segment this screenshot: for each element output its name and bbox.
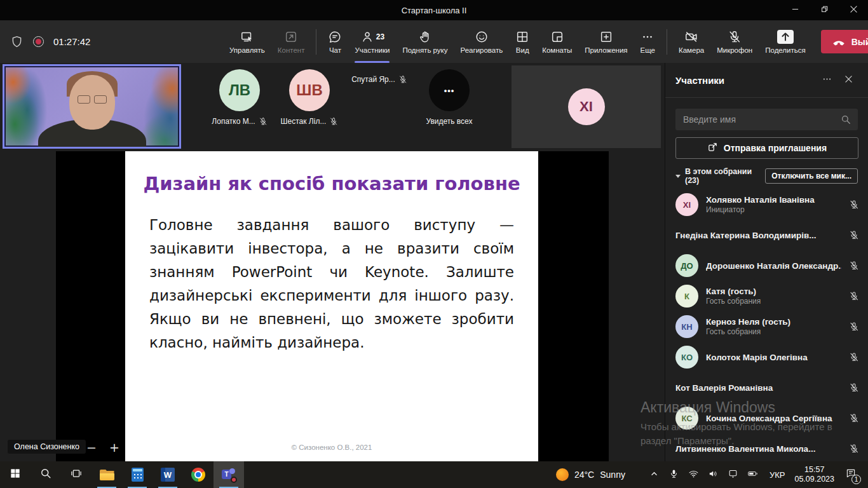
participant-role: Гость собрания bbox=[706, 327, 841, 336]
teams-button[interactable]: T bbox=[214, 461, 244, 488]
weather-temp: 24°C bbox=[574, 470, 594, 480]
tray-wifi-button[interactable] bbox=[687, 468, 701, 482]
tray-battery-button[interactable] bbox=[746, 468, 760, 482]
participant-row[interactable]: ХІ Холявко Наталія Іванівна Инициатор bbox=[665, 189, 868, 220]
toolbar-button[interactable]: Еще bbox=[634, 26, 661, 57]
slide-footer: © Сизоненко О.В., 2021 bbox=[125, 444, 538, 451]
toolbar-main-group: Чат 23 Участники Поднять руку Реагироват… bbox=[322, 26, 661, 57]
windows-logo-icon bbox=[9, 467, 22, 482]
cast-icon bbox=[728, 468, 738, 482]
tray-volume-button[interactable] bbox=[707, 468, 721, 482]
leave-button[interactable]: Выйти bbox=[821, 30, 868, 53]
participant-tile[interactable]: ШВ Шестак Ліл... bbox=[275, 69, 344, 126]
chrome-button[interactable] bbox=[183, 461, 214, 488]
presenter-name-tag: Олена Сизоненко bbox=[8, 440, 86, 454]
toolbar-button[interactable]: Приложения bbox=[578, 26, 634, 57]
restore-icon bbox=[819, 4, 830, 17]
participant-name: Гнедіна Катерина Володимирів... bbox=[675, 231, 841, 240]
camera-off-icon bbox=[684, 30, 698, 44]
participant-row[interactable]: Гнедіна Катерина Володимирів... bbox=[665, 220, 868, 250]
zoom-out-button[interactable]: − bbox=[83, 439, 100, 456]
panel-more-button[interactable] bbox=[816, 71, 837, 90]
toolbar-button[interactable]: Реагировать bbox=[454, 26, 510, 57]
participant-name: Керноз Неля (гость) bbox=[706, 317, 841, 327]
participant-tile[interactable]: Спутай Яр... bbox=[344, 69, 414, 126]
toolbar-button[interactable]: Камера bbox=[672, 26, 710, 57]
participant-row[interactable]: ДО Дорошенко Наталія Олександр... bbox=[665, 250, 868, 281]
language-indicator[interactable]: УКР bbox=[766, 470, 789, 480]
toolbar-button[interactable]: Микрофон bbox=[710, 26, 759, 57]
participant-tile[interactable]: ЛВ Лопатко М... bbox=[205, 69, 275, 126]
titlebar: Стартап-школа II bbox=[0, 0, 868, 20]
task-view-button[interactable] bbox=[61, 461, 92, 488]
minimize-button[interactable] bbox=[780, 0, 810, 20]
participant-name: Катя (гость) bbox=[706, 287, 841, 296]
start-button[interactable] bbox=[0, 461, 31, 488]
participant-row[interactable]: Литвиненко Валентина Микола... bbox=[665, 433, 868, 464]
toolbar-button[interactable]: Управлять bbox=[223, 26, 271, 57]
participant-role: Инициатор bbox=[706, 205, 841, 214]
hand-icon bbox=[418, 30, 432, 44]
wifi-icon bbox=[688, 468, 699, 482]
close-icon bbox=[843, 74, 854, 87]
taskbar-search-button[interactable] bbox=[31, 461, 61, 488]
share-content-icon bbox=[284, 30, 298, 44]
rooms-icon bbox=[550, 30, 564, 44]
toolbar-button[interactable]: Контент bbox=[271, 26, 311, 57]
mic-off-icon bbox=[398, 75, 407, 84]
participant-row[interactable]: Кот Валерія Романівна bbox=[665, 372, 868, 403]
zoom-in-button[interactable]: + bbox=[105, 439, 123, 456]
speaker-icon bbox=[708, 468, 719, 482]
notification-badge: 1 bbox=[851, 475, 861, 484]
task-view-icon bbox=[70, 467, 83, 482]
word-button[interactable]: W bbox=[153, 461, 183, 488]
panel-close-button[interactable] bbox=[837, 71, 859, 90]
participant-name: Дорошенко Наталія Олександр... bbox=[706, 261, 841, 271]
calculator-button[interactable] bbox=[122, 461, 153, 488]
folder-icon bbox=[100, 470, 114, 480]
close-button[interactable] bbox=[839, 0, 868, 20]
weather-widget[interactable]: 24°C Sunny bbox=[556, 468, 625, 481]
avatar: КН bbox=[675, 315, 698, 338]
calculator-icon bbox=[132, 468, 144, 482]
tray-expand-button[interactable] bbox=[648, 468, 661, 482]
tray-mic-button[interactable] bbox=[667, 468, 681, 482]
word-icon: W bbox=[161, 468, 175, 482]
restore-button[interactable] bbox=[810, 0, 839, 20]
panel-header: Участники bbox=[665, 63, 868, 98]
file-explorer-button[interactable] bbox=[92, 461, 122, 488]
divider bbox=[667, 29, 667, 55]
slide-body-line: знанням PowerPoint чи Keynote. Залиште bbox=[149, 261, 514, 284]
spotlight-tile[interactable]: ХІ bbox=[512, 65, 661, 148]
toolbar-button[interactable]: Поднять руку bbox=[396, 26, 454, 57]
participant-tile-label: Шестак Ліл... bbox=[281, 117, 327, 126]
slide-title: Дизайн як спосіб показати головне bbox=[125, 173, 538, 194]
participant-row[interactable]: К Катя (гость) Гость собрания bbox=[665, 281, 868, 311]
presentation-slide: Дизайн як спосіб показати головне Головн… bbox=[125, 151, 538, 461]
tray-cast-button[interactable] bbox=[726, 468, 740, 482]
search-input[interactable] bbox=[675, 109, 858, 130]
send-invite-button[interactable]: Отправка приглашения bbox=[675, 137, 858, 159]
section-collapse-chevron[interactable] bbox=[675, 175, 681, 178]
action-center-button[interactable]: 1 bbox=[840, 468, 862, 482]
mic-off-icon bbox=[329, 117, 338, 126]
chevron-up-icon bbox=[649, 468, 660, 482]
participant-tile[interactable]: ••• Увидеть всех bbox=[414, 69, 484, 126]
self-video-thumbnail[interactable] bbox=[3, 64, 181, 149]
avatar: ХІ bbox=[568, 88, 605, 125]
toolbar-button[interactable]: Чат bbox=[322, 26, 348, 57]
slide-body: Головне завдання вашого виступу —зацікав… bbox=[149, 214, 514, 355]
participant-row[interactable]: КС Кочина Олександра Сергіївна bbox=[665, 403, 868, 433]
mute-all-button[interactable]: Отключить все мик... bbox=[765, 168, 858, 184]
teams-meeting-window: Стартап-школа II 01:27:42 Управлять bbox=[0, 0, 868, 488]
in-meeting-section-label: В этом собрании (23) bbox=[685, 167, 765, 185]
shield-icon bbox=[10, 35, 24, 48]
participant-row[interactable]: КН Керноз Неля (гость) Гость собрания bbox=[665, 311, 868, 342]
participant-row[interactable]: КО Колоток Марія Олегівна bbox=[665, 342, 868, 372]
toolbar-button[interactable]: 23 Участники bbox=[348, 26, 396, 57]
taskbar-clock[interactable]: 15:57 05.09.2023 bbox=[794, 465, 834, 484]
clock-time: 15:57 bbox=[794, 465, 834, 475]
toolbar-button[interactable]: Комнаты bbox=[536, 26, 578, 57]
toolbar-button[interactable]: Вид bbox=[509, 26, 536, 57]
toolbar-button[interactable]: Поделиться bbox=[759, 26, 812, 57]
